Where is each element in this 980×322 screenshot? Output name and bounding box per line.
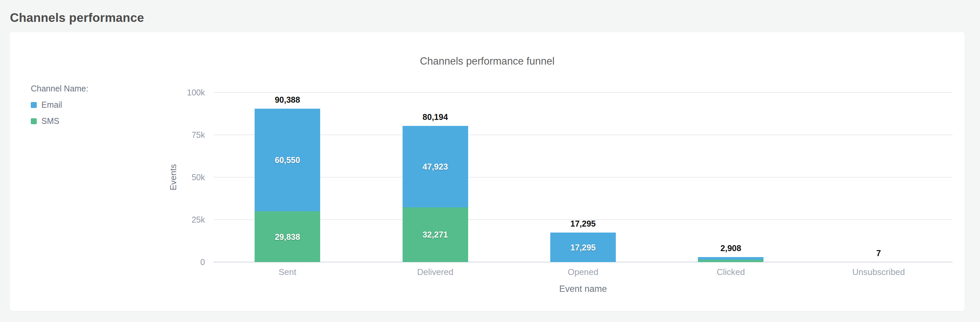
gridline-100k [213, 92, 953, 93]
legend-swatch [31, 102, 37, 108]
bar-value-label: 47,923 [402, 162, 468, 172]
bar-sent-email[interactable]: 60,550 [255, 108, 320, 211]
gridline-50k [213, 177, 953, 178]
legend-swatch [31, 118, 37, 124]
legend-item-label: Email [41, 100, 62, 110]
legend-items: EmailSMS [31, 100, 88, 126]
x-category-label-sent: Sent [213, 267, 361, 277]
bar-value-label: 32,271 [402, 230, 468, 239]
bar-delivered-sms[interactable]: 32,271 [402, 207, 468, 262]
bar-value-label: 29,838 [255, 232, 320, 241]
x-axis-title: Event name [213, 284, 953, 294]
x-category-label-unsubscribed: Unsubscribed [805, 267, 953, 277]
y-tick-label: 0 [200, 257, 205, 267]
bar-value-label: 60,550 [255, 155, 320, 165]
legend: Channel Name: EmailSMS [31, 84, 88, 132]
total-label-sent: 90,388 [238, 95, 337, 105]
y-axis-title: Events [168, 164, 178, 190]
y-tick-label: 25k [192, 214, 205, 225]
total-label-opened: 17,295 [533, 219, 633, 229]
x-category-label-delivered: Delivered [361, 267, 509, 277]
total-label-unsubscribed: 7 [829, 249, 928, 258]
gridline-75k [213, 134, 953, 135]
page-title: Channels performance [10, 11, 144, 25]
legend-title: Channel Name: [31, 84, 88, 93]
legend-item-email[interactable]: Email [31, 100, 88, 110]
legend-item-sms[interactable]: SMS [31, 116, 88, 126]
bar-delivered-email[interactable]: 47,923 [402, 126, 468, 207]
x-category-label-clicked: Clicked [657, 267, 805, 277]
total-label-clicked: 2,908 [681, 244, 780, 253]
total-label-delivered: 80,194 [386, 112, 485, 122]
bar-clicked-email[interactable] [698, 257, 764, 260]
bar-opened-email[interactable]: 17,295 [550, 233, 616, 262]
bar-clicked-sms[interactable] [698, 260, 764, 262]
y-tick-label: 50k [192, 172, 205, 183]
chart-title: Channels performance funnel [10, 55, 964, 67]
page: { "page": { "title": "Channels performan… [0, 0, 980, 322]
bar-sent-sms[interactable]: 29,838 [255, 211, 320, 262]
plot-area: 025k50k75k100k29,83860,55090,388Sent32,2… [213, 92, 953, 262]
legend-item-label: SMS [41, 116, 59, 126]
bar-value-label: 17,295 [550, 242, 616, 252]
x-category-label-opened: Opened [509, 267, 657, 277]
y-tick-label: 100k [187, 87, 205, 98]
y-tick-label: 75k [192, 129, 205, 140]
chart-card: Channels performance funnel Channel Name… [10, 32, 964, 311]
